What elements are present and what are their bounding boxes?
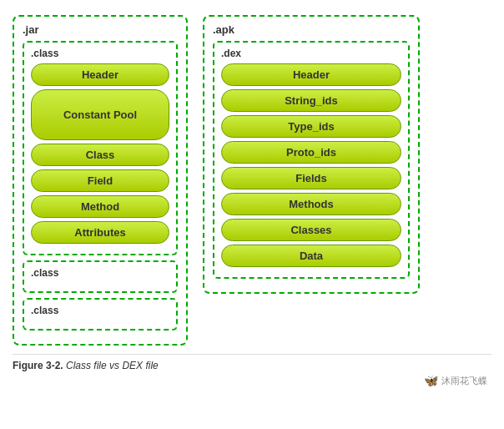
field-btn: Field	[31, 169, 169, 192]
watermark: 🦋 沐雨花飞蝶	[424, 374, 487, 387]
dex-header-btn: Header	[221, 63, 401, 86]
class3-label: .class	[31, 305, 169, 316]
method-btn: Method	[31, 195, 169, 218]
proto-ids-btn: Proto_ids	[221, 141, 401, 164]
figure-italic-text: Class file vs DEX file	[66, 360, 159, 371]
apk-outer-box: .apk .dex Header String_ids Type_ids Pro…	[203, 15, 420, 294]
jar-outer-box: .jar .class Header Constant Pool Class F…	[13, 15, 188, 346]
methods-btn: Methods	[221, 193, 401, 215]
dex-inner-box: .dex Header String_ids Type_ids Proto_id…	[213, 41, 410, 279]
figure-label: Figure 3-2.	[13, 360, 63, 371]
butterfly-icon: 🦋	[424, 374, 438, 387]
class-btn: Class	[31, 144, 169, 166]
diagram-container: .jar .class Header Constant Pool Class F…	[13, 15, 491, 346]
type-ids-btn: Type_ids	[221, 115, 401, 138]
header-btn: Header	[31, 63, 169, 86]
diagram-wrapper: .jar .class Header Constant Pool Class F…	[13, 15, 491, 371]
apk-label: .apk	[213, 23, 410, 36]
dex-inner-label: .dex	[221, 48, 401, 59]
class2-box: .class	[23, 260, 178, 293]
attributes-btn: Attributes	[31, 221, 169, 244]
fields-btn: Fields	[221, 167, 401, 189]
class3-box: .class	[23, 298, 178, 331]
class-inner-label: .class	[31, 48, 169, 59]
jar-label: .jar	[23, 23, 178, 36]
watermark-text: 沐雨花飞蝶	[441, 375, 487, 387]
string-ids-btn: String_ids	[221, 89, 401, 112]
data-btn: Data	[221, 245, 401, 267]
class-inner-box: .class Header Constant Pool Class Field …	[23, 41, 178, 255]
class2-label: .class	[31, 267, 169, 279]
figure-caption: Figure 3-2. Class file vs DEX file	[13, 354, 491, 371]
classes-btn: Classes	[221, 219, 401, 241]
constant-pool-btn: Constant Pool	[31, 89, 169, 140]
